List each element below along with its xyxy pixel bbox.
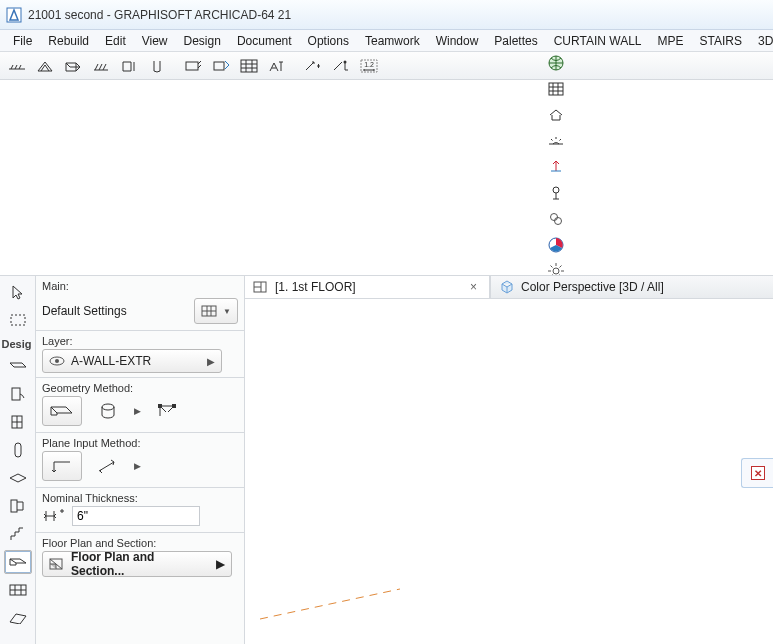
tab-label: Color Perspective [3D / All] [521,280,664,294]
view-tab-bar: [1. 1st FLOOR] × Color Perspective [3D /… [245,275,773,299]
beam-tool[interactable] [4,494,32,518]
toolbox-column: Desig [0,275,36,644]
svg-point-24 [102,404,114,410]
pie-icon[interactable] [545,234,567,256]
chevron-right-icon: ▶ [134,406,141,416]
window-tool[interactable] [4,410,32,434]
thickness-icon [42,507,66,525]
tool-btn-1[interactable] [4,55,30,77]
menu-curtainwall[interactable]: CURTAIN WALL [547,32,649,50]
layer-value: A-WALL-EXTR [71,354,151,368]
svg-point-13 [553,268,559,274]
roof-tool[interactable] [4,606,32,630]
menu-window[interactable]: Window [429,32,486,50]
menu-palettes[interactable]: Palettes [487,32,544,50]
svg-point-10 [551,214,558,221]
stair-tool[interactable] [4,522,32,546]
svg-point-4 [344,60,347,63]
tab-label: [1. 1st FLOOR] [275,280,356,294]
view-tab-3d[interactable]: Color Perspective [3D / All] [490,276,773,298]
svg-rect-15 [11,315,25,325]
svg-text:1.2: 1.2 [364,61,374,68]
menu-bar: File Rebuild Edit View Design Document O… [0,30,773,52]
svg-rect-26 [172,404,176,408]
geometry-method-label: Geometry Method: [42,382,238,394]
menu-stairs[interactable]: STAIRS [693,32,749,50]
tool-btn-12[interactable] [328,55,354,77]
tool-btn-13[interactable]: 1.2 [356,55,382,77]
slab-tool[interactable] [4,466,32,490]
link-icon[interactable] [545,208,567,230]
mesh-tool[interactable] [4,578,32,602]
menu-options[interactable]: Options [301,32,356,50]
view-tab-floorplan[interactable]: [1. 1st FLOOR] × [245,276,490,298]
default-settings-button[interactable]: ▼ [194,298,238,324]
tool-btn-5[interactable] [116,55,142,77]
svg-point-23 [55,359,59,363]
chevron-right-icon: ▶ [207,356,215,367]
door-tool[interactable] [4,382,32,406]
tool-btn-6[interactable] [144,55,170,77]
geom-method-ruled[interactable] [147,396,187,426]
menu-teamwork[interactable]: Teamwork [358,32,427,50]
fp-button-label: Floor Plan and Section... [71,550,210,578]
tool-btn-3[interactable] [60,55,86,77]
svg-point-9 [553,187,559,193]
floorplan-icon [253,280,269,294]
menu-view[interactable]: View [135,32,175,50]
info-box-panel: Main: Default Settings ▼ Layer: A-WALL-E… [36,275,245,644]
floorplan-section-button[interactable]: Floor Plan and Section... ▶ [42,551,232,577]
tool-btn-7[interactable] [180,55,206,77]
tool-btn-10[interactable] [264,55,290,77]
cube-icon [499,279,515,295]
svg-rect-18 [15,443,21,457]
drawing-canvas[interactable] [245,299,773,644]
shell-tool[interactable] [4,550,32,574]
floorplan-section-label: Floor Plan and Section: [42,537,238,549]
tool-btn-4[interactable] [88,55,114,77]
marquee-tool[interactable] [4,308,32,332]
tool-btn-11[interactable] [300,55,326,77]
nominal-thickness-label: Nominal Thickness: [42,492,238,504]
thickness-input[interactable] [72,506,200,526]
plane-method-vector[interactable] [88,451,128,481]
svg-rect-3 [241,60,257,72]
menu-rebuild[interactable]: Rebuild [41,32,96,50]
sun-icon[interactable] [545,130,567,152]
menu-design[interactable]: Design [177,32,228,50]
layer-dropdown[interactable]: A-WALL-EXTR ▶ [42,349,222,373]
svg-rect-2 [214,62,224,70]
geom-method-revolve[interactable] [88,396,128,426]
design-header: Desig [0,336,36,350]
menu-3dview[interactable]: 3D VIEW [751,32,773,50]
svg-rect-8 [549,83,563,95]
tool-btn-9[interactable] [236,55,262,77]
marker-icon[interactable] [545,156,567,178]
wall-tool[interactable] [4,354,32,378]
default-settings-label: Default Settings [42,304,127,318]
arrow-tool[interactable] [4,280,32,304]
plane-input-label: Plane Input Method: [42,437,238,449]
plane-method-horizontal[interactable] [42,451,82,481]
geom-method-extrude[interactable] [42,396,82,426]
house-icon[interactable] [545,104,567,126]
close-icon[interactable]: × [466,280,481,294]
globe-icon[interactable] [545,52,567,74]
app-icon [6,7,22,23]
chevron-right-icon: ▶ [216,557,225,571]
main-label: Main: [42,280,69,292]
grid-icon[interactable] [545,78,567,100]
title-bar: 21001 second - GRAPHISOFT ARCHICAD-64 21 [0,0,773,30]
error-x-icon: ✕ [751,466,765,480]
eye-icon [49,356,65,366]
menu-file[interactable]: File [6,32,39,50]
column-tool[interactable] [4,438,32,462]
menu-document[interactable]: Document [230,32,299,50]
error-panel-toggle[interactable]: ✕ [741,458,773,488]
menu-edit[interactable]: Edit [98,32,133,50]
vertical-toolstrip [542,52,570,282]
tool-btn-2[interactable] [32,55,58,77]
pin-icon[interactable] [545,182,567,204]
tool-btn-8[interactable] [208,55,234,77]
menu-mpe[interactable]: MPE [650,32,690,50]
